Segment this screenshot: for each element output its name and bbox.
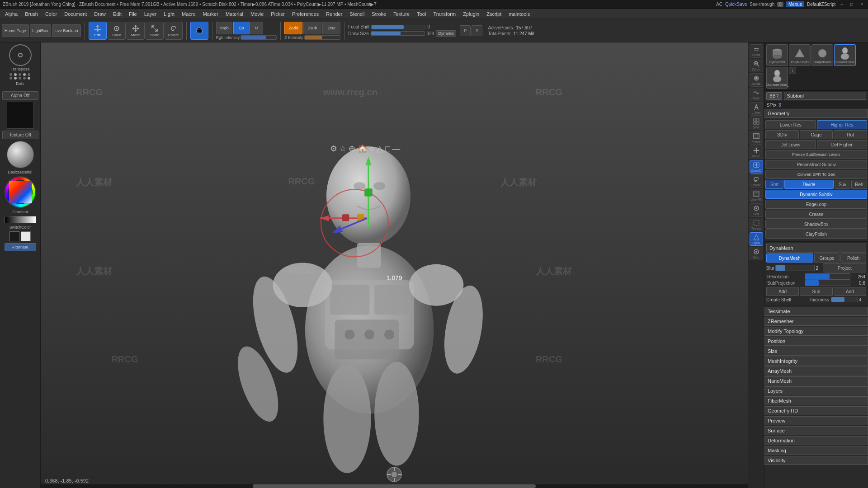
fibermesh-btn[interactable]: FiberMesh: [764, 396, 868, 405]
linefill-btn[interactable]: Line Fill: [750, 189, 763, 202]
lower-res-btn[interactable]: Lower Res: [765, 120, 816, 129]
cp-btn[interactable]: Cp: [233, 22, 250, 34]
dynamic-subdiv-btn[interactable]: Dynamic Subdiv: [765, 190, 867, 199]
alternate-btn[interactable]: Alternate: [5, 243, 36, 251]
menu-tool[interactable]: Tool: [414, 10, 429, 18]
lightbox-btn[interactable]: LightBox: [30, 24, 51, 37]
draw-size-slider[interactable]: [371, 31, 425, 36]
scroll-btn[interactable]: Scroll: [750, 44, 763, 58]
tessimate-btn[interactable]: Tessimate: [764, 307, 868, 316]
subprojection-slider[interactable]: [805, 280, 850, 286]
cage-btn[interactable]: Cage: [800, 130, 833, 139]
z-intensity-slider[interactable]: [304, 35, 340, 40]
maximize-btn[interactable]: □: [848, 2, 855, 7]
menu-light[interactable]: Light: [160, 10, 178, 18]
menu-picker[interactable]: Picker: [268, 10, 288, 18]
convert-bpr-btn[interactable]: Convert BPR To Geo: [765, 170, 867, 179]
claypolish-btn[interactable]: ClayPolish: [765, 230, 867, 239]
project-btn[interactable]: Project: [823, 263, 866, 272]
crease-btn[interactable]: Crease: [765, 210, 867, 219]
rotate2-btn[interactable]: Rotate: [750, 174, 763, 188]
menu-alpha[interactable]: Alpha: [2, 10, 21, 18]
zoomd-btn[interactable]: ZoomD: [750, 160, 763, 174]
draw-btn[interactable]: Draw: [108, 22, 126, 40]
zsub-btn[interactable]: Zsub: [303, 22, 321, 34]
visibility-btn[interactable]: Visibility: [764, 456, 868, 465]
geometry-section[interactable]: Geometry: [764, 109, 868, 118]
dynamesh-main-btn[interactable]: DynaMesh: [766, 253, 813, 263]
menu-stroke[interactable]: Stroke: [368, 10, 389, 18]
minimize-btn[interactable]: −: [838, 2, 845, 7]
close-btn[interactable]: ×: [858, 2, 865, 7]
menu-texture[interactable]: Texture: [390, 10, 413, 18]
meshintegrity-btn[interactable]: MeshIntegrity: [764, 357, 868, 366]
lsym-btn[interactable]: L.Sym: [750, 102, 763, 116]
alpha-preview[interactable]: [7, 102, 34, 129]
geometry-hd-btn[interactable]: Geometry HD: [764, 406, 868, 415]
del-higher-btn[interactable]: Del Higher: [817, 140, 868, 149]
qryz-btn[interactable]: Qryz: [750, 117, 763, 130]
masking-btn[interactable]: Masking: [764, 446, 868, 455]
resolution-slider[interactable]: [805, 273, 850, 280]
tool-polymesh3d[interactable]: PolyMesh3D: [789, 44, 811, 66]
zoom-btn[interactable]: Zoom: [750, 59, 763, 72]
modify-topology-btn[interactable]: Modify Topology: [764, 327, 868, 336]
arraymesh-btn[interactable]: ArrayMesh: [764, 366, 868, 375]
bbr-btn[interactable]: BBR: [766, 92, 782, 100]
mrgb-btn[interactable]: Mrgb: [216, 22, 232, 34]
menu-layer[interactable]: Layer: [141, 10, 160, 18]
quicksave-btn[interactable]: QuickSave: [725, 2, 747, 7]
menu-edit[interactable]: Edit: [110, 10, 125, 18]
intensity-slider[interactable]: [241, 35, 277, 40]
color-picker[interactable]: [5, 176, 36, 208]
frame-btn[interactable]: Frame: [750, 131, 763, 145]
add-btn[interactable]: Add: [766, 287, 799, 296]
m-btn[interactable]: M: [250, 22, 263, 34]
menu-zscript[interactable]: Zscript: [483, 10, 505, 18]
tool-characterbase2[interactable]: CharacterBase_: [766, 67, 788, 89]
menus-btn[interactable]: Menus: [786, 1, 804, 7]
tool-characterbase1[interactable]: CharacterBase_: [834, 44, 856, 66]
smt-btn[interactable]: Smt: [765, 180, 783, 189]
flow-btn[interactable]: Flow: [750, 88, 763, 101]
dynamesh-header[interactable]: DynaMesh: [766, 244, 866, 253]
texture-off-btn[interactable]: Texture Off: [2, 131, 38, 139]
transpose-widget[interactable]: Transpose: [7, 44, 34, 71]
move-btn[interactable]: Move: [127, 22, 145, 40]
focal-shift-slider[interactable]: [371, 25, 425, 29]
thickness-slider[interactable]: [831, 297, 858, 302]
menu-preferences[interactable]: Preferences: [289, 10, 322, 18]
alpha-off-btn[interactable]: Alpha Off: [2, 91, 38, 100]
color-black[interactable]: [9, 231, 19, 241]
deformation-btn[interactable]: Deformation: [764, 436, 868, 445]
menu-marker[interactable]: Marker: [200, 10, 222, 18]
polish-btn[interactable]: Polish: [840, 253, 866, 263]
menu-draw[interactable]: Draw: [91, 10, 109, 18]
edgeloop-btn[interactable]: EdgeLoop: [765, 200, 867, 209]
higher-res-btn[interactable]: Higher Res: [817, 120, 868, 129]
subtool-btn[interactable]: Subtool: [784, 92, 866, 100]
material-preview[interactable]: [7, 141, 34, 168]
home-page-btn[interactable]: Home Page: [2, 24, 29, 37]
reconstruct-subdiv-btn[interactable]: Reconstruct Subdiv: [765, 160, 867, 169]
menu-maintools[interactable]: maintools: [505, 10, 533, 18]
menu-zplugin[interactable]: Zplugin: [460, 10, 482, 18]
del-lower-btn[interactable]: Del Lower: [765, 140, 816, 149]
gradient-bar[interactable]: [5, 216, 36, 223]
dynamic-btn[interactable]: Dynamic: [436, 30, 456, 37]
menu-macro[interactable]: Macro: [179, 10, 199, 18]
tool-simplebrush[interactable]: SimpleBrush: [811, 44, 833, 66]
shadowbox-btn[interactable]: ShadowBox: [765, 220, 867, 229]
sub-btn[interactable]: Sub: [800, 287, 832, 296]
sdiv-btn[interactable]: SDIv: [765, 130, 799, 139]
menu-movie[interactable]: Movie: [247, 10, 267, 18]
freeze-subdiv-btn[interactable]: Freeze SubDivision Levels: [765, 150, 867, 159]
zadd-btn[interactable]: ZAdd: [284, 22, 302, 34]
scale-btn[interactable]: Scale: [146, 22, 164, 40]
sphere-btn[interactable]: [190, 22, 208, 40]
reh-btn[interactable]: Reh: [851, 180, 867, 189]
menu-material[interactable]: Material: [222, 10, 246, 18]
menu-brush[interactable]: Brush: [22, 10, 41, 18]
nanomesh-btn[interactable]: NanoMesh: [764, 376, 868, 385]
divide-btn[interactable]: Divide: [784, 180, 834, 189]
